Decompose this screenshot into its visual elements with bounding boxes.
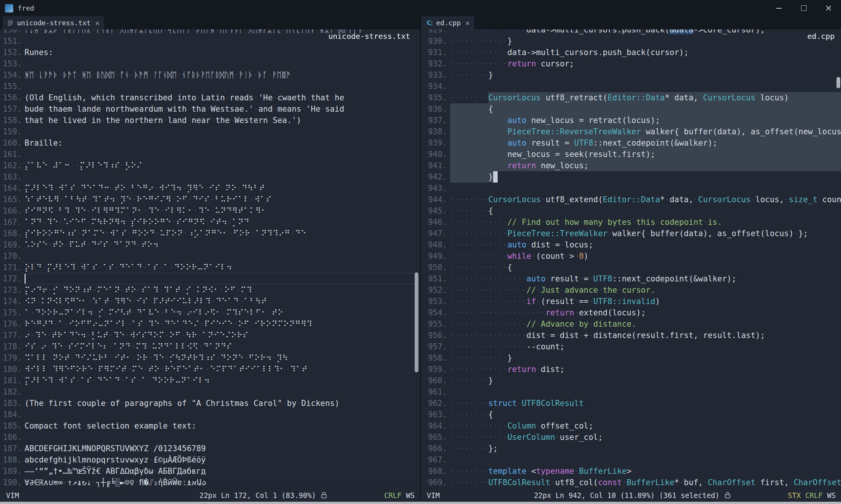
line-text: ⠗⠑⠛⠜⠙·⠁·⠊⠕⠋⠋⠔⠤⠝⠁⠊⠇·⠁⠎·⠹⠑·⠙⠑⠁⠙⠑⠌·⠏⠊⠑⠊⠑·⠕⠋… bbox=[25, 318, 312, 330]
code-line[interactable]: 954.····················return·extend(lo… bbox=[421, 307, 841, 318]
code-line[interactable]: 939.············auto·result·=·UTF8::next… bbox=[421, 137, 841, 149]
code-line[interactable]: 960.········} bbox=[421, 375, 841, 386]
code-line[interactable]: 969.········UTF8ColResult·utf8_col(const… bbox=[421, 477, 841, 488]
code-line[interactable]: 943. bbox=[421, 183, 841, 194]
code-line[interactable]: 170. bbox=[0, 250, 420, 262]
code-line[interactable]: 166.⠎⠊⠛⠝⠫·⠃⠹·⠹⠑·⠊⠇⠻⠛⠹⠍⠁⠝⠂·⠹⠑·⠊⠇⠻⠅⠂·⠹⠑·⠥⠝… bbox=[0, 205, 420, 217]
code-line[interactable]: 175.⠁·⠙⠕⠕⠗⠤⠝⠁⠊⠇⠲·⡊·⠍⠊⠣⠞·⠙⠁⠧⠑·⠃⠑⠲·⠔⠊⠇⠔⠫⠂·… bbox=[0, 307, 420, 318]
tab-ed-cpp[interactable]: C++ ed.cpp × bbox=[421, 16, 474, 29]
code-line[interactable]: 176.⠗⠑⠛⠜⠙·⠁·⠊⠕⠋⠋⠔⠤⠝⠁⠊⠇·⠁⠎·⠹⠑·⠙⠑⠁⠙⠑⠌·⠏⠊⠑⠊… bbox=[0, 318, 420, 330]
code-line[interactable]: 173.⡍⠔⠙⠖·⡊·⠙⠕⠝⠰⠞·⠍⠑⠁⠝·⠞⠕·⠎⠁⠹·⠹⠁⠞·⡊·⠅⠝⠪⠂·… bbox=[0, 284, 420, 296]
scrollbar-thumb[interactable] bbox=[836, 77, 840, 88]
code-line[interactable]: 931.············data->multi_cursors.push… bbox=[421, 47, 841, 58]
code-line[interactable]: 938.············PieceTree::ReverseTreeWa… bbox=[421, 126, 841, 137]
code-line[interactable]: 187.ABCDEFGHIJKLMNOPQRSTUVWXYZ·/01234567… bbox=[0, 443, 420, 454]
code-line[interactable]: 962.········struct·UTF8ColResult bbox=[421, 398, 841, 409]
code-line[interactable]: 186. bbox=[0, 432, 420, 443]
code-line[interactable]: 957.················--count; bbox=[421, 341, 841, 352]
code-line[interactable]: 963.········{ bbox=[421, 409, 841, 420]
code-line[interactable]: 179.⠩⠁⠇⠇·⠝⠕⠞·⠙⠊⠌⠥⠗⠃·⠊⠞⠂·⠕⠗·⠹⠑·⡊⠳⠝⠞⠗⠹⠰⠎·⠙… bbox=[0, 352, 420, 364]
editor-pane-right[interactable]: 929.················data->multi_cursors.… bbox=[421, 29, 841, 488]
code-line[interactable]: 182. bbox=[0, 386, 420, 398]
code-line[interactable]: 169.⠡⠕⠎⠑·⠞⠕·⠏⠥⠞·⠙⠊⠎·⠙⠁⠝⠙·⠞⠕⠲ bbox=[0, 239, 420, 250]
code-line[interactable]: 160.Braille: bbox=[0, 137, 420, 149]
code-line[interactable]: 164.⡍⠜⠇⠑⠹·⠺⠁⠎·⠙⠑⠁⠙⠒·⠞⠕·⠃⠑⠛⠔·⠺⠊⠹⠲·⡹⠻⠑·⠊⠎·… bbox=[0, 183, 420, 194]
code-line[interactable]: 158.that·he·lived·in·the·northern·land·n… bbox=[0, 115, 420, 126]
code-line[interactable]: 945.········{ bbox=[421, 205, 841, 217]
code-line[interactable]: 181.⡍⠜⠇⠑⠹·⠺⠁⠎·⠁⠎·⠙⠑⠁⠙·⠁⠎·⠁·⠙⠕⠕⠗⠤⠝⠁⠊⠇⠲ bbox=[0, 375, 420, 386]
code-line[interactable]: 965.············UserColumn·user_col; bbox=[421, 432, 841, 443]
line-text: abcdefghijklmnopqrstuvwxyz·£©µÀÆÖÞßéöÿ bbox=[25, 454, 206, 466]
code-line[interactable]: 948.············auto·dist·=·locus; bbox=[421, 239, 841, 250]
code-line[interactable]: 953.················if·(result·==·UTF8::… bbox=[421, 296, 841, 307]
code-line[interactable]: 947.············PieceTree::TreeWalker·wa… bbox=[421, 228, 841, 239]
maximize-button[interactable] bbox=[791, 0, 816, 16]
code-line[interactable]: 189.–—‘“”„†•…‰™œŠŸž€·ΑΒΓΔΩαβγδω·АБВГДабв… bbox=[0, 466, 420, 477]
code-line[interactable]: 185.Compact·font·selection·example·text: bbox=[0, 420, 420, 432]
code-line[interactable]: 932.············return·cursor; bbox=[421, 58, 841, 69]
code-line[interactable]: 933.········} bbox=[421, 69, 841, 81]
code-line[interactable]: 966.········}; bbox=[421, 443, 841, 454]
code-line[interactable]: 942.········} bbox=[421, 171, 841, 183]
code-line[interactable]: 959.············return·dist; bbox=[421, 364, 841, 375]
code-line[interactable]: 934. bbox=[421, 81, 841, 92]
line-text: ············{ bbox=[450, 262, 512, 273]
code-line[interactable]: 184. bbox=[0, 409, 420, 420]
code-line[interactable]: 180.⠺⠊⠇⠇·⠹⠻⠑⠋⠕⠗⠑·⠏⠻⠍⠊⠞·⠍⠑·⠞⠕·⠗⠑⠏⠑⠁⠞⠂·⠑⠍⠏… bbox=[0, 364, 420, 375]
code-line[interactable]: 941.············return·new_locus; bbox=[421, 160, 841, 171]
code-line[interactable]: 968.········template·<typename·BufferLik… bbox=[421, 466, 841, 477]
code-line[interactable]: 949.············while·(count·>·0) bbox=[421, 250, 841, 262]
code-line[interactable]: 152.Runes: bbox=[0, 47, 420, 58]
code-line[interactable]: 946.············//·Find·out·how·many·byt… bbox=[421, 217, 841, 228]
code-line[interactable]: 958.············} bbox=[421, 352, 841, 364]
code-line[interactable]: 940.············new_locus·=·seek(result.… bbox=[421, 149, 841, 160]
scrollbar-thumb[interactable] bbox=[415, 272, 418, 372]
whitespace-dots: · bbox=[82, 421, 87, 430]
tab-close-icon[interactable]: × bbox=[465, 18, 470, 28]
code-line[interactable]: 956.················dist·=·dist·+·distan… bbox=[421, 330, 841, 341]
code-line[interactable]: 162.⡌⠁⠧⠑·⠼⠁⠒··⡍⠜⠇⠑⠹⠰⠎·⡣⠕⠌ bbox=[0, 160, 420, 171]
code-line[interactable]: 937.············auto·new_locus·=·retract… bbox=[421, 115, 841, 126]
code-line[interactable]: 178.⠊⠎·⠔·⠹⠑·⠎⠊⠍⠊⠇⠑⠆·⠁⠝⠙·⠍⠹·⠥⠝⠙⠁⠇⠇⠪⠫·⠙⠁⠝⠙… bbox=[0, 341, 420, 352]
code-line[interactable]: 961. bbox=[421, 386, 841, 398]
minimize-button[interactable] bbox=[766, 0, 791, 16]
scrollbar[interactable] bbox=[836, 29, 841, 488]
code-line[interactable]: 177.⠔·⠹⠑·⠞⠗⠁⠙⠑⠲·⡃⠥⠞·⠹⠑·⠺⠊⠎⠙⠕⠍·⠕⠋·⠳⠗·⠁⠝⠊⠑… bbox=[0, 330, 420, 341]
code-line[interactable]: 964.············Column·offset_col; bbox=[421, 420, 841, 432]
code-line[interactable]: 936.········{ bbox=[421, 103, 841, 115]
code-line[interactable]: 955.················//·Advance·by·distan… bbox=[421, 318, 841, 330]
code-line[interactable]: 156.(Old·English,·which·transcribed·into… bbox=[0, 92, 420, 103]
code-line[interactable]: 174.⠪⠝·⠅⠝⠪⠇⠫⠛⠑⠂·⠱⠁⠞·⠹⠻⠑·⠊⠎·⠏⠜⠞⠊⠊⠥⠇⠜⠇⠹·⠙⠑… bbox=[0, 296, 420, 307]
code-line[interactable]: 168.⡎⠊⠗⠕⠕⠛⠑⠰⠎·⠝⠁⠍⠑·⠺⠁⠎·⠛⠕⠕⠙·⠥⠏⠕⠝·⠰⡡⠁⠝⠛⠑⠂… bbox=[0, 228, 420, 239]
tab-close-icon[interactable]: × bbox=[95, 18, 100, 28]
whitespace-dots: ············ bbox=[450, 421, 507, 430]
code-line[interactable]: 183.(The·first·couple·of·paragraphs·of·"… bbox=[0, 398, 420, 409]
code-line[interactable]: 944.········CursorLocus·utf8_extend(Edit… bbox=[421, 194, 841, 205]
code-line[interactable]: 929.················data->multi_cursors.… bbox=[421, 29, 841, 35]
code-line[interactable]: 154.ᚻᛖ·ᚳᚹᚫᚦ·ᚦᚫᛏ·ᚻᛖ·ᛒᚢᛞᛖ·ᚩᚾ·ᚦᚫᛗ·ᛚᚪᚾᛞᛖ·ᚾᚩᚱ… bbox=[0, 69, 420, 81]
code-line[interactable]: 930.············} bbox=[421, 35, 841, 47]
code-line[interactable]: 951.················auto·result·=·UTF8::… bbox=[421, 273, 841, 284]
code-line[interactable]: 163. bbox=[0, 171, 420, 183]
code-line[interactable]: 952.················//·Just·advance·the·… bbox=[421, 284, 841, 296]
code-line[interactable]: 165.⠱⠁⠞⠑⠧⠻·⠁⠃⠳⠞·⠹⠁⠞⠲·⡹⠑·⠗⠑⠛⠊⠌⠻·⠕⠋·⠙⠊⠎·⠃⠥… bbox=[0, 194, 420, 205]
code-line[interactable]: 171.⡕⠇⠙·⡍⠜⠇⠑⠹·⠺⠁⠎·⠁⠎·⠙⠑⠁⠙·⠁⠎·⠁·⠙⠕⠕⠗⠤⠝⠁⠊⠇… bbox=[0, 262, 420, 273]
tab-unicode-stress-txt[interactable]: unicode-stress.txt × bbox=[3, 16, 104, 29]
whitespace-dots: · bbox=[541, 218, 546, 227]
code-line[interactable]: 950.············{ bbox=[421, 262, 841, 273]
scrollbar[interactable] bbox=[414, 29, 419, 488]
code-line[interactable]: 188.abcdefghijklmnopqrstuvwxyz·£©µÀÆÖÞßé… bbox=[0, 454, 420, 466]
code-line[interactable]: 935.········CursorLocus·utf8_retract(Edi… bbox=[421, 92, 841, 103]
line-number: 181. bbox=[0, 375, 22, 386]
close-button[interactable] bbox=[816, 0, 841, 16]
code-line[interactable]: 172. bbox=[0, 273, 420, 284]
code-line[interactable]: 155. bbox=[0, 81, 420, 92]
code-line[interactable]: 167.⠁⠝⠙·⠹⠑·⠡⠊⠑⠋·⠍⠳⠗⠝⠻⠲·⡎⠊⠗⠕⠕⠛⠑·⠎⠊⠛⠝⠫·⠊⠞⠲… bbox=[0, 217, 420, 228]
editor-pane-left[interactable]: 150.ᚠᛇᚻ·ᛒᛦᚦ·ᚠᚱᚩᚠᚢᚱ·ᚠᛁᚱᚪ·ᚷᛖᚻᚹᛦᛚᚳᚢᛗ·ᛋᚳᛖᚪᛚ·… bbox=[0, 29, 420, 488]
code-line[interactable]: 153. bbox=[0, 58, 420, 69]
code-line[interactable]: 161. bbox=[0, 149, 420, 160]
code-line[interactable]: 190.∀∂∈ℝ∧∪≡∞·↑↗↨↻⇣·┐┼╔╘░►☺♀·ﬁ�⑀₂ἠḂӥẄɐː⍎א… bbox=[0, 477, 420, 488]
code-line[interactable]: 159. bbox=[0, 126, 420, 137]
code-line[interactable]: 157.bude·thaem·lande·northweardum·with·t… bbox=[0, 103, 420, 115]
code-line[interactable]: 967. bbox=[421, 454, 841, 466]
